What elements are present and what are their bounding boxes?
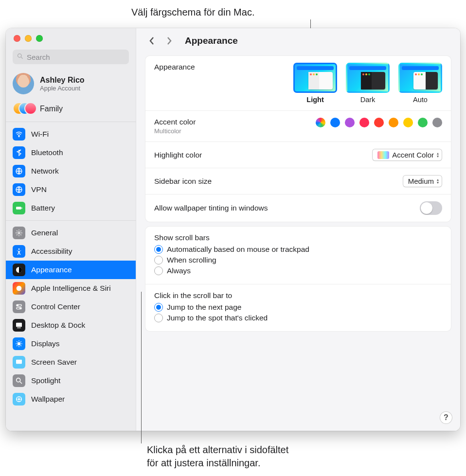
gradient-swatch-icon xyxy=(377,151,389,159)
scroll-click-label: Click in the scroll bar to xyxy=(154,291,442,300)
sidebar-item-desktop-dock[interactable]: Desktop & Dock xyxy=(6,316,136,335)
accent-label: Accent color xyxy=(154,118,196,126)
svg-line-23 xyxy=(20,345,21,346)
accent-color-6[interactable] xyxy=(403,118,413,127)
accent-color-1[interactable] xyxy=(330,118,340,127)
sidebar-item-wallpaper[interactable]: Wallpaper xyxy=(6,390,136,408)
sidebar-item-wifi[interactable]: Wi-Fi xyxy=(6,125,136,143)
accent-color-4[interactable] xyxy=(374,118,384,127)
back-button[interactable] xyxy=(146,35,158,47)
sidebar-item-control-center[interactable]: Control Center xyxy=(6,298,136,316)
scrollbars-option-1[interactable]: When scrolling xyxy=(154,256,442,264)
scroll-click-option-0[interactable]: Jump to the next page xyxy=(154,303,442,312)
scroll-panel: Show scroll bars Automatically based on … xyxy=(145,226,451,332)
svg-rect-16 xyxy=(17,328,21,328)
svg-point-17 xyxy=(18,342,21,346)
radio-icon xyxy=(154,266,163,275)
sidebar: Search Ashley Rico Apple Account Family … xyxy=(6,28,136,431)
scroll-click-option-1[interactable]: Jump to the spot that's clicked xyxy=(154,314,442,322)
callout-top: Välj färgschema för din Mac. xyxy=(131,7,254,18)
svg-point-2 xyxy=(18,136,19,137)
avatar xyxy=(13,73,34,94)
accent-color-3[interactable] xyxy=(359,118,369,127)
accent-color-5[interactable] xyxy=(389,118,398,127)
scrollbars-option-2[interactable]: Always xyxy=(154,266,442,275)
tinting-switch[interactable] xyxy=(420,201,442,215)
sidebar-item-label: Battery xyxy=(31,204,55,212)
sidebar-item-label: Control Center xyxy=(31,302,80,311)
main-header: Appearance xyxy=(136,28,460,52)
family-icon xyxy=(13,102,34,116)
wifi-icon xyxy=(13,128,25,141)
appearance-thumb-light xyxy=(293,63,337,93)
sidebar-item-vpn[interactable]: VPN xyxy=(6,180,136,199)
sidebar-item-ai-siri[interactable]: Apple Intelligence & Siri xyxy=(6,279,136,298)
chevron-updown-icon: ▴▾ xyxy=(437,178,439,184)
sidebar-item-label: Family xyxy=(40,105,63,113)
sidebar-item-label: Screen Saver xyxy=(31,358,77,367)
search-placeholder: Search xyxy=(27,53,50,61)
appearance-thumb-auto xyxy=(398,63,442,93)
appearance-row: Appearance LightDarkAuto xyxy=(145,56,451,111)
sidebar-item-displays[interactable]: Displays xyxy=(6,335,136,353)
close-button[interactable] xyxy=(14,35,20,42)
account-name: Ashley Rico xyxy=(40,76,85,85)
minimize-button[interactable] xyxy=(25,35,32,42)
svg-rect-5 xyxy=(16,207,21,209)
accent-color-7[interactable] xyxy=(418,118,428,127)
highlight-popup[interactable]: Accent Color ▴▾ xyxy=(372,149,442,161)
apple-account[interactable]: Ashley Rico Apple Account xyxy=(6,69,136,98)
sidebar-item-screen-saver[interactable]: Screen Saver xyxy=(6,353,136,371)
sidebar-item-spotlight[interactable]: Spotlight xyxy=(6,371,136,390)
svg-point-8 xyxy=(18,248,20,250)
sidebar-item-bluetooth[interactable]: Bluetooth xyxy=(6,143,136,162)
scrollbars-option-0[interactable]: Automatically based on mouse or trackpad xyxy=(154,245,442,254)
chevron-updown-icon: ▴▾ xyxy=(437,152,439,158)
appearance-label: Appearance xyxy=(154,63,195,71)
displays-icon xyxy=(13,337,25,350)
sidebar-size-popup[interactable]: Medium ▴▾ xyxy=(403,175,442,187)
appearance-option-dark[interactable]: Dark xyxy=(346,63,390,104)
bluetooth-icon xyxy=(13,146,25,159)
scrollbars-group: Show scroll bars Automatically based on … xyxy=(145,227,451,284)
sidebar-item-appearance[interactable]: Appearance xyxy=(6,261,136,279)
zoom-button[interactable] xyxy=(36,35,43,42)
control-center-icon xyxy=(13,300,25,313)
svg-rect-6 xyxy=(21,208,22,209)
accent-color-0[interactable] xyxy=(316,118,325,127)
search-field[interactable]: Search xyxy=(13,50,129,64)
sidebar-item-network[interactable]: Network xyxy=(6,162,136,180)
accent-color-2[interactable] xyxy=(345,118,355,127)
radio-label: Always xyxy=(167,266,191,275)
sidebar-item-label: VPN xyxy=(31,185,47,194)
appearance-option-light[interactable]: Light xyxy=(293,63,337,104)
scrollbars-label: Show scroll bars xyxy=(154,233,442,242)
svg-rect-26 xyxy=(16,360,22,364)
accent-color-8[interactable] xyxy=(432,118,442,127)
sidebar-item-general[interactable]: General xyxy=(6,224,136,242)
forward-button[interactable] xyxy=(163,35,175,47)
accent-selected-label: Multicolor xyxy=(154,127,196,135)
desktop-dock-icon xyxy=(13,319,25,332)
window-controls xyxy=(6,28,136,48)
sidebar-item-label: Wi-Fi xyxy=(31,130,49,139)
accent-row: Accent color Multicolor xyxy=(145,111,451,142)
ai-siri-icon xyxy=(13,282,25,295)
sidebar-size-label: Sidebar icon size xyxy=(154,177,212,186)
sidebar-item-label: Wallpaper xyxy=(31,395,65,404)
settings-window: Search Ashley Rico Apple Account Family … xyxy=(6,28,460,431)
svg-line-25 xyxy=(20,341,21,342)
sidebar-item-accessibility[interactable]: Accessibility xyxy=(6,242,136,261)
help-button[interactable]: ? xyxy=(440,411,452,424)
radio-icon xyxy=(154,303,163,312)
appearance-thumb-dark xyxy=(346,63,390,93)
tinting-label: Allow wallpaper tinting in windows xyxy=(154,204,268,212)
sidebar-item-battery[interactable]: Battery xyxy=(6,199,136,217)
sidebar-item-family[interactable]: Family xyxy=(6,98,136,122)
radio-icon xyxy=(154,245,163,254)
sidebar-item-label: Appearance xyxy=(31,265,72,274)
callout-bottom: Klicka på ett alternativ i sidofältet fö… xyxy=(147,443,288,470)
appearance-option-auto[interactable]: Auto xyxy=(398,63,442,104)
radio-icon xyxy=(154,314,163,322)
account-subtitle: Apple Account xyxy=(40,85,85,92)
